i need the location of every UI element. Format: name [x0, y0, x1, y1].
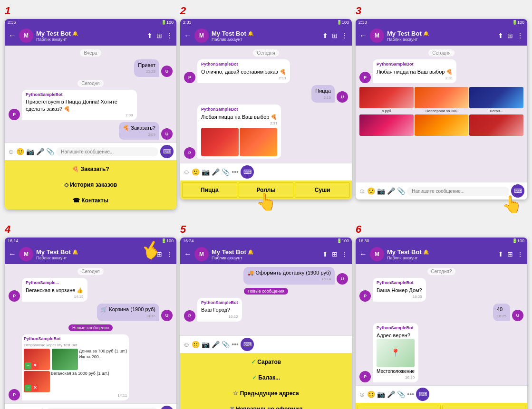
- cart-remove-4b[interactable]: ✕: [32, 385, 39, 391]
- pizza-cell-3b: Пепперони за 300: [415, 87, 469, 114]
- dots-icon-5b[interactable]: •••: [232, 341, 239, 348]
- qr-btn-order-1[interactable]: 🍕 Заказать?: [7, 162, 174, 176]
- qr-btn-history-1[interactable]: ◇ История заказов: [7, 178, 174, 192]
- msg-incoming-5: P PythonSampleBot Ваш Город? 16:22: [184, 298, 348, 322]
- sticker-icon-1[interactable]: 🙂: [16, 148, 24, 155]
- qr-saratov-5[interactable]: ✓ Саратов: [182, 355, 350, 369]
- user-avatar-2: U: [337, 91, 348, 103]
- mic-icon-1[interactable]: 🎤: [36, 148, 44, 155]
- keyboard-icon-2[interactable]: ⌨: [241, 165, 254, 179]
- screen-3-number: 3: [356, 5, 527, 17]
- user-avatar-6: U: [512, 310, 523, 321]
- status-bar-1: 2:35 🔋100: [5, 19, 176, 26]
- msg-outgoing-1b: 🍕 Заказать? 2:09 U: [9, 122, 173, 140]
- back-button-2[interactable]: ←: [184, 31, 192, 40]
- share-icon-2[interactable]: ⬆: [322, 32, 328, 39]
- camera-icon-3[interactable]: 📷: [377, 187, 385, 195]
- mic-icon-5[interactable]: 🎤: [212, 341, 220, 348]
- mic-icon-6[interactable]: 🎤: [387, 390, 395, 398]
- chat-area-6: Сегодня? P PythonSampleBot Ваша Номер До…: [356, 264, 527, 385]
- time-4: 16:14: [8, 238, 19, 243]
- attach-icon-6[interactable]: 📎: [397, 390, 405, 398]
- qr-icon-2[interactable]: ⊞: [332, 32, 338, 39]
- dots-icon-2b[interactable]: •••: [232, 168, 239, 176]
- keyboard-icon-6[interactable]: ⌨: [416, 388, 429, 401]
- mic-icon-2[interactable]: 🎤: [212, 168, 220, 176]
- qr-btn-contacts-1[interactable]: ☎ Контакты: [7, 193, 174, 208]
- qr-icon-5[interactable]: ⊞: [332, 250, 338, 258]
- avatar-4: M: [19, 247, 33, 261]
- back-button-3[interactable]: ←: [359, 31, 367, 40]
- pizza-cell-3a: о руб: [359, 87, 414, 114]
- dots-icon-6b[interactable]: •••: [407, 390, 414, 398]
- sticker-icon-5[interactable]: 🙂: [192, 341, 200, 348]
- emoji-icon-1[interactable]: ☺: [8, 148, 14, 155]
- back-button-1[interactable]: ←: [9, 31, 16, 40]
- emoji-icon-6[interactable]: ☺: [358, 390, 365, 398]
- bot-avatar-5: P: [184, 310, 195, 322]
- back-button-6[interactable]: ←: [359, 250, 367, 258]
- camera-icon-1[interactable]: 📷: [26, 148, 34, 155]
- keyboard-icon-1[interactable]: ⌨: [160, 145, 174, 158]
- qr-icon-4[interactable]: ⊞: [156, 250, 162, 258]
- mic-icon-3[interactable]: 🎤: [387, 187, 395, 195]
- emoji-icon-3[interactable]: ☺: [358, 187, 365, 195]
- qr-no-6[interactable]: Нет: [442, 405, 525, 409]
- input-area-5: ☺ 🙂 📷 🎤 📎 ••• ⌨: [180, 335, 352, 353]
- emoji-icon-2[interactable]: ☺: [183, 168, 190, 176]
- dots-icon-5[interactable]: ⋮: [341, 250, 348, 258]
- dots-icon-1[interactable]: ⋮: [166, 32, 173, 39]
- share-icon-3[interactable]: ⬆: [498, 32, 503, 39]
- camera-icon-2[interactable]: 📷: [202, 168, 210, 176]
- header-title-3: My Test Bot 🔔: [387, 30, 495, 37]
- qr-prev-addr-5[interactable]: ☆ Предыдущие адреса: [182, 386, 350, 400]
- cart-add-4b[interactable]: →: [25, 385, 31, 391]
- back-button-5[interactable]: ←: [184, 250, 192, 258]
- dots-icon-2[interactable]: ⋮: [341, 32, 348, 39]
- attach-icon-1[interactable]: 📎: [46, 148, 54, 155]
- qr-yes-6[interactable]: Да: [358, 405, 441, 409]
- camera-icon-5[interactable]: 📷: [202, 341, 210, 348]
- msg-incoming-6a: P PythonSampleBot Ваша Номер Дом? 16:25: [359, 278, 523, 302]
- cart-remove-4a[interactable]: ✕: [32, 362, 39, 369]
- back-button-4[interactable]: ←: [9, 250, 16, 258]
- msg-outgoing-6: 40 16:25 U: [359, 304, 523, 321]
- qr-balak-5[interactable]: ✓ Балак...: [182, 371, 350, 385]
- share-icon-4[interactable]: ⬆: [147, 250, 153, 258]
- qr-icon-6[interactable]: ⊞: [507, 250, 513, 258]
- share-icon-6[interactable]: ⬆: [498, 250, 503, 258]
- attach-icon-5[interactable]: 📎: [222, 341, 230, 348]
- keyboard-icon-4[interactable]: ⌨: [160, 406, 174, 409]
- date-4: Сегодня: [77, 268, 103, 275]
- sticker-icon-2[interactable]: 🙂: [192, 168, 200, 176]
- message-input-1[interactable]: [56, 147, 158, 156]
- screen-2: 2:33 🔋100 ← M My Test Bot 🔔 Паблик аккау…: [180, 19, 352, 200]
- qr-icon-1[interactable]: ⊞: [156, 32, 162, 39]
- message-input-3[interactable]: [407, 187, 509, 196]
- qr-row-6: Да Нет: [358, 405, 525, 409]
- bubble-6b: 40 16:25: [493, 304, 510, 321]
- sticker-icon-6[interactable]: 🙂: [367, 390, 375, 398]
- cart-img-4b: [52, 349, 78, 370]
- attach-icon-3[interactable]: 📎: [397, 187, 405, 195]
- user-avatar-1: U: [161, 66, 173, 77]
- cart-add-4a[interactable]: →: [25, 362, 31, 369]
- share-icon-5[interactable]: ⬆: [322, 250, 328, 258]
- dots-icon-6[interactable]: ⋮: [517, 250, 523, 258]
- msg-incoming-3: P PythonSampleBot Любая пицца на Ваш выб…: [359, 59, 523, 83]
- header-subtitle-6: Паблик аккаунт: [387, 256, 495, 260]
- camera-icon-6[interactable]: 📷: [377, 390, 385, 398]
- qr-icon-3[interactable]: ⊞: [507, 32, 513, 39]
- chat-area-3: Сегодня P PythonSampleBot Любая пицца на…: [356, 46, 527, 182]
- app-header-2: ← M My Test Bot 🔔 Паблик аккаунт ⬆ ⊞ ⋮: [180, 26, 352, 46]
- sticker-icon-3[interactable]: 🙂: [367, 187, 375, 195]
- bubble-5b: PythonSampleBot Ваш Город? 16:22: [197, 298, 242, 322]
- share-icon-1[interactable]: ⬆: [147, 32, 153, 39]
- emoji-icon-5[interactable]: ☺: [183, 341, 190, 348]
- keyboard-icon-5[interactable]: ⌨: [241, 338, 254, 351]
- qr-wrong-5[interactable]: ✖ Неправильно оформил: [182, 402, 350, 409]
- dots-icon-3[interactable]: ⋮: [517, 32, 523, 39]
- dots-icon-4[interactable]: ⋮: [166, 250, 173, 258]
- attach-icon-2[interactable]: 📎: [222, 168, 230, 176]
- header-info-6: My Test Bot 🔔 Паблик аккаунт: [387, 248, 495, 260]
